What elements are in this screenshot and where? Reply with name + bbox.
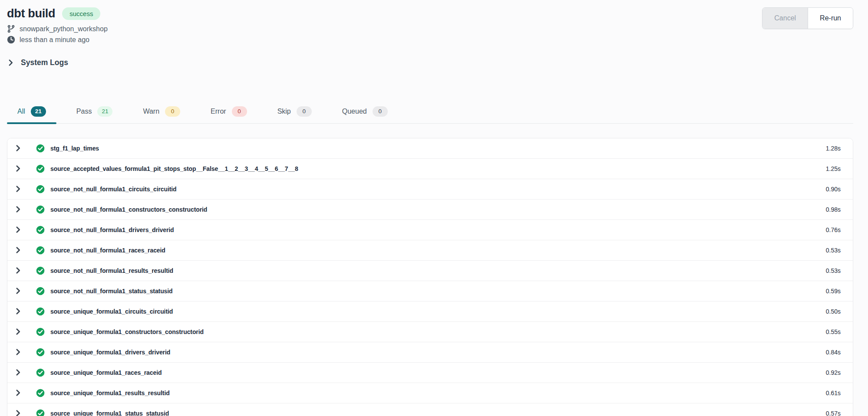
result-row[interactable]: source_not_null_formula1_races_raceid 0.… [7, 240, 853, 261]
rerun-button[interactable]: Re-run [808, 8, 853, 29]
expand-row-button[interactable] [14, 389, 22, 396]
run-header: dbt build success Cancel Re-run s [7, 7, 853, 45]
pass-check-icon [36, 409, 45, 416]
result-row[interactable]: source_unique_formula1_circuits_circuiti… [7, 301, 853, 322]
tab-count-badge: 21 [97, 106, 112, 117]
pass-check-icon [36, 328, 45, 336]
chevron-right-icon [14, 226, 22, 233]
expand-row-button[interactable] [14, 267, 22, 274]
tab-label: Skip [277, 108, 291, 115]
result-row[interactable]: source_unique_formula1_drivers_driverid … [7, 342, 853, 363]
tab-count-badge: 21 [31, 106, 46, 117]
git-branch-icon [7, 25, 15, 33]
result-duration: 0.84s [826, 349, 841, 356]
clock-icon [7, 36, 15, 44]
tab-count-badge: 0 [373, 106, 388, 117]
result-duration: 0.53s [826, 267, 841, 274]
chevron-right-icon [14, 185, 22, 193]
expand-row-button[interactable] [14, 308, 22, 315]
tab-label: Pass [76, 108, 92, 115]
run-actions: Cancel Re-run [762, 7, 853, 29]
expand-row-button[interactable] [14, 246, 22, 254]
expand-row-button[interactable] [14, 348, 22, 356]
tab-label: Queued [342, 108, 367, 115]
result-row[interactable]: source_unique_formula1_status_statusid 0… [7, 403, 853, 416]
result-duration: 1.28s [826, 145, 841, 152]
result-duration: 0.55s [826, 328, 841, 335]
expand-row-button[interactable] [14, 369, 22, 376]
result-name: source_accepted_values_formula1_pit_stop… [50, 165, 298, 172]
tab-label: Warn [143, 108, 159, 115]
chevron-right-icon [14, 165, 22, 172]
pass-check-icon [36, 368, 45, 377]
tab-skip[interactable]: Skip 0 [267, 106, 322, 123]
expand-row-button[interactable] [14, 185, 22, 193]
tab-pass[interactable]: Pass 21 [66, 106, 123, 123]
cancel-button[interactable]: Cancel [762, 8, 808, 29]
result-duration: 0.57s [826, 410, 841, 416]
tab-count-badge: 0 [232, 106, 247, 117]
page-title: dbt build [7, 7, 55, 20]
expand-row-button[interactable] [14, 165, 22, 172]
pass-check-icon [36, 246, 45, 255]
result-duration: 0.90s [826, 186, 841, 193]
expand-row-button[interactable] [14, 409, 22, 416]
result-row[interactable]: stg_f1_lap_times 1.28s [7, 138, 853, 159]
tab-warn[interactable]: Warn 0 [132, 106, 191, 123]
system-logs-label: System Logs [21, 58, 68, 67]
chevron-right-icon [14, 348, 22, 356]
result-row[interactable]: source_unique_formula1_results_resultid … [7, 383, 853, 403]
result-row[interactable]: source_unique_formula1_races_raceid 0.92… [7, 363, 853, 383]
result-name: source_unique_formula1_circuits_circuiti… [50, 308, 173, 315]
pass-check-icon [36, 205, 45, 214]
result-row[interactable]: source_not_null_formula1_status_statusid… [7, 281, 853, 301]
pass-check-icon [36, 266, 45, 275]
tab-queued[interactable]: Queued 0 [332, 106, 398, 123]
result-name: source_not_null_formula1_drivers_driveri… [50, 226, 174, 233]
chevron-right-icon [14, 144, 22, 152]
result-row[interactable]: source_accepted_values_formula1_pit_stop… [7, 159, 853, 179]
run-detail-page: dbt build success Cancel Re-run s [0, 0, 868, 416]
chevron-right-icon [7, 59, 14, 66]
tab-all[interactable]: All 21 [7, 106, 56, 123]
time-ago: less than a minute ago [20, 36, 89, 44]
result-name: source_not_null_formula1_constructors_co… [50, 206, 207, 213]
tab-count-badge: 0 [297, 106, 312, 117]
time-row: less than a minute ago [7, 34, 853, 45]
result-row[interactable]: source_not_null_formula1_results_resulti… [7, 261, 853, 281]
branch-name: snowpark_python_workshop [20, 25, 108, 33]
pass-check-icon [36, 226, 45, 234]
result-row[interactable]: source_not_null_formula1_constructors_co… [7, 200, 853, 220]
expand-row-button[interactable] [14, 287, 22, 295]
chevron-right-icon [14, 287, 22, 295]
chevron-right-icon [14, 308, 22, 315]
results-list: stg_f1_lap_times 1.28s source_accepted_v… [7, 138, 853, 416]
results-tabs: All 21 Pass 21 Warn 0 Error 0 Skip 0 Que… [7, 106, 853, 124]
result-row[interactable]: source_not_null_formula1_drivers_driveri… [7, 220, 853, 240]
pass-check-icon [36, 348, 45, 357]
tab-error[interactable]: Error 0 [200, 106, 257, 123]
pass-check-icon [36, 144, 45, 153]
expand-row-button[interactable] [14, 144, 22, 152]
tab-count-badge: 0 [165, 106, 180, 117]
result-duration: 0.98s [826, 206, 841, 213]
result-row[interactable]: source_unique_formula1_constructors_cons… [7, 322, 853, 342]
expand-row-button[interactable] [14, 206, 22, 213]
result-name: source_unique_formula1_races_raceid [50, 369, 162, 376]
system-logs-toggle[interactable]: System Logs [7, 58, 68, 67]
branch-row: snowpark_python_workshop [7, 23, 853, 34]
chevron-right-icon [14, 369, 22, 376]
expand-row-button[interactable] [14, 226, 22, 233]
chevron-right-icon [14, 409, 22, 416]
pass-check-icon [36, 389, 45, 397]
chevron-right-icon [14, 267, 22, 274]
result-name: source_unique_formula1_results_resultid [50, 390, 170, 396]
expand-row-button[interactable] [14, 328, 22, 335]
result-row[interactable]: source_not_null_formula1_circuits_circui… [7, 179, 853, 200]
chevron-right-icon [14, 206, 22, 213]
pass-check-icon [36, 307, 45, 316]
status-badge: success [62, 7, 100, 20]
result-duration: 0.61s [826, 390, 841, 396]
result-name: source_not_null_formula1_status_statusid [50, 288, 173, 295]
tab-label: All [17, 108, 25, 115]
